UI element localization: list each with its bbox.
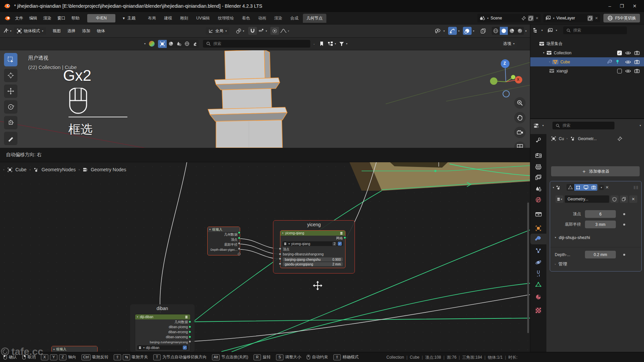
chevron-down-icon[interactable]: ▾ [541,29,543,32]
chevron-down-icon[interactable]: ▾ [553,17,554,20]
chevron-down-icon[interactable]: ▾ [288,29,289,33]
socket-in[interactable] [279,262,281,265]
group-input-node[interactable]: ▾组输入 几何数据 顶点 底部半径 Depth-diban-yigec... [207,227,240,255]
proportional-falloff-dropdown[interactable] [279,27,288,35]
node-value-field[interactable]: banjing-qiang-chengshu 0.900 [283,257,343,261]
gizmo-x-label[interactable]: X [517,77,519,81]
radius-field[interactable]: 3 mm [585,221,616,228]
tab-tool[interactable] [530,135,546,145]
outliner-row-scene-collection[interactable]: 场景集合 [530,39,644,48]
socket-in[interactable] [279,257,281,260]
collapse-icon[interactable]: ▾ [282,232,283,235]
menu-view[interactable]: 视图 [49,27,64,35]
breadcrumb-object[interactable]: Cube [15,167,26,172]
pin-icon[interactable] [618,136,622,141]
language-toggle-button[interactable]: 中/EN [87,14,115,22]
gizmos-toggle[interactable] [448,27,457,35]
socket-virtual[interactable] [238,253,240,255]
nodegroup-name-field[interactable]: Geometry... [565,195,609,203]
tab-particles[interactable] [530,245,546,256]
fake-user-checkbox[interactable]: ✓ [338,242,342,246]
tool-transform-button[interactable] [4,116,17,129]
collapsed-chevron-icon[interactable]: › [555,263,556,266]
exclude-checkbox[interactable]: ✓ [617,51,622,55]
pan-hand-button[interactable] [514,112,526,123]
select-box-filter-button[interactable] [158,40,167,48]
bookmark-icon[interactable] [317,40,326,48]
shading-rendered-button[interactable] [516,27,524,35]
socket-out[interactable] [189,330,191,333]
properties-search-input[interactable]: 搜索 [552,122,614,129]
chevron-down-icon[interactable]: ▾ [443,29,445,33]
toggle-render[interactable] [590,184,597,191]
shading-solid-button[interactable] [500,27,508,35]
editor-type-icon[interactable] [3,28,9,34]
shading-material-button[interactable] [508,27,516,35]
navigation-gizmo[interactable] [483,54,530,98]
outliner-row-cube[interactable]: › Cube [530,57,644,66]
expand-chevron-icon[interactable]: › [549,60,550,63]
tab-shading[interactable]: 着色 [238,14,254,23]
filter-funnel-icon[interactable] [337,40,346,48]
gizmo-z-label[interactable]: Z [503,61,506,66]
socket-vertices[interactable] [238,237,240,239]
socket-in[interactable] [279,253,281,255]
tab-texture[interactable] [530,305,546,316]
maximize-button[interactable]: ❐ [620,3,624,9]
collapse-icon[interactable]: ▾ [137,315,138,318]
menu-help[interactable]: 帮助 [68,14,83,22]
hierarchy-icon[interactable] [326,40,335,48]
camera-view-button[interactable] [514,127,526,138]
collapse-chevron-icon[interactable]: ⌄ [313,42,315,45]
collapse-icon[interactable]: ▾ [209,228,211,231]
pivot-point-dropdown[interactable] [234,27,243,35]
overlays-toggle[interactable] [463,27,472,35]
expand-chevron-icon[interactable]: ▾ [543,51,544,54]
theme-dropdown[interactable]: ▼ 主题 [122,15,136,21]
chevron-down-icon[interactable]: ▾ [599,185,604,190]
tab-world[interactable] [530,194,546,205]
nodegroup-selector[interactable]: ▾ diji-diban ✓ [137,345,188,350]
tab-render[interactable] [530,150,546,161]
nodegroup-browse-button[interactable]: ▾ [555,195,564,203]
view-layer-name[interactable]: ViewLayer [556,16,585,20]
tool-move-button[interactable] [4,84,17,98]
search-input[interactable]: 搜索 [203,40,310,48]
depth-field[interactable]: 0.2 mm [585,251,616,258]
tab-sculpt[interactable]: 雕刻 [176,14,192,23]
breadcrumb-tree[interactable]: Geometry Nodes [91,167,126,172]
add-modifier-button[interactable]: ＋ 添加修改器 [551,166,640,176]
view-layer-icon[interactable] [545,16,551,20]
chevron-down-icon[interactable]: ▾ [542,124,544,127]
camera-render-icon[interactable] [634,60,640,64]
node-value-field[interactable]: gaodu-yicengqiang 2 mm [283,262,343,266]
menu-edit[interactable]: 编辑 [26,14,40,22]
chevron-down-icon[interactable]: ▾ [266,29,267,33]
transform-orientation-dropdown[interactable]: 全局 ▾ [206,27,229,35]
manage-panel-title[interactable]: 管理 [558,261,567,267]
eye-icon[interactable] [625,60,631,64]
tab-compositing[interactable]: 合成 [287,14,302,23]
tab-collection[interactable] [530,208,546,219]
tool-rotate-button[interactable] [4,100,17,114]
tab-object[interactable] [530,223,546,234]
animate-dot[interactable] [623,254,625,256]
tab-output[interactable] [530,162,546,172]
subpanel-title[interactable]: diji-shuju-shezhi [559,235,590,240]
node-editor-scrollbar[interactable] [527,202,529,333]
tab-animation[interactable]: 动画 [255,14,270,23]
socket-out[interactable] [189,325,191,328]
f5-language-switch-button[interactable]: F5中英切换 [603,14,640,22]
collapsed-group-input-node[interactable]: ▾组输入 [51,346,98,352]
expand-chevron-icon[interactable]: ▾ [553,186,554,189]
outliner-editor-icon[interactable] [533,28,539,33]
menu-add[interactable]: 添加 [79,27,94,35]
options-dropdown[interactable]: 选项 ▾ [500,40,517,48]
menu-window[interactable]: 窗口 [54,14,68,22]
unlink-button[interactable]: ✕ [629,195,637,203]
remove-icon[interactable]: ✕ [595,16,598,20]
node-editor[interactable]: › Cube › GeometryNodes › Geometry Nodes … [0,162,530,352]
menu-render[interactable]: 渲染 [40,14,54,22]
collapse-chevron-icon[interactable]: ▾ [144,42,146,45]
tab-rendering[interactable]: 渲染 [271,14,286,23]
